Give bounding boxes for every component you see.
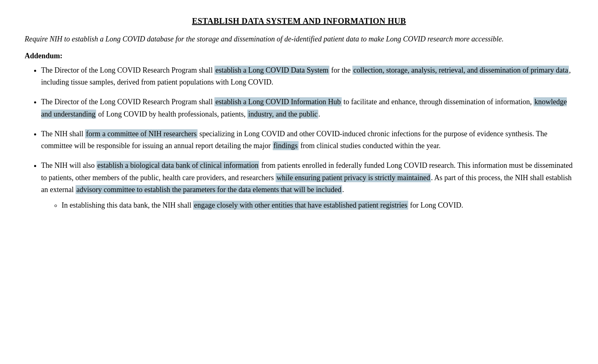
highlight-span: form a committee of NIH researchers — [85, 129, 197, 138]
addendum-label: Addendum: — [25, 52, 573, 60]
main-bullet-list: The Director of the Long COVID Research … — [25, 64, 573, 212]
bullet-3-text: The NIH shall form a committee of NIH re… — [41, 129, 547, 151]
list-item: In establishing this data bank, the NIH … — [62, 199, 573, 212]
highlight-span: establish a Long COVID Data System — [214, 66, 329, 75]
intro-text: Require NIH to establish a Long COVID da… — [25, 33, 573, 45]
highlight-span: findings — [273, 141, 299, 150]
highlight-span: advisory committee to establish the para… — [76, 185, 342, 194]
list-item: The NIH will also establish a biological… — [41, 160, 573, 212]
highlight-span: industry, and the public — [247, 110, 318, 119]
list-item: The NIH shall form a committee of NIH re… — [41, 128, 573, 152]
list-item: The Director of the Long COVID Research … — [41, 96, 573, 120]
highlight-span: collection, storage, analysis, retrieval… — [352, 66, 569, 75]
sub-bullet-list: In establishing this data bank, the NIH … — [41, 199, 573, 212]
sub-bullet-1-text: In establishing this data bank, the NIH … — [62, 201, 463, 210]
list-item: The Director of the Long COVID Research … — [41, 64, 573, 89]
highlight-span: while ensuring patient privacy is strict… — [276, 173, 431, 182]
highlight-span: engage closely with other entities that … — [193, 201, 408, 210]
bullet-1-text: The Director of the Long COVID Research … — [41, 66, 571, 87]
highlight-span: establish a Long COVID Information Hub — [214, 97, 341, 106]
bullet-4-text: The NIH will also establish a biological… — [41, 161, 573, 194]
bullet-2-text: The Director of the Long COVID Research … — [41, 97, 567, 119]
page-title: ESTABLISH DATA SYSTEM AND INFORMATION HU… — [25, 16, 573, 26]
highlight-span: establish a biological data bank of clin… — [97, 161, 259, 170]
